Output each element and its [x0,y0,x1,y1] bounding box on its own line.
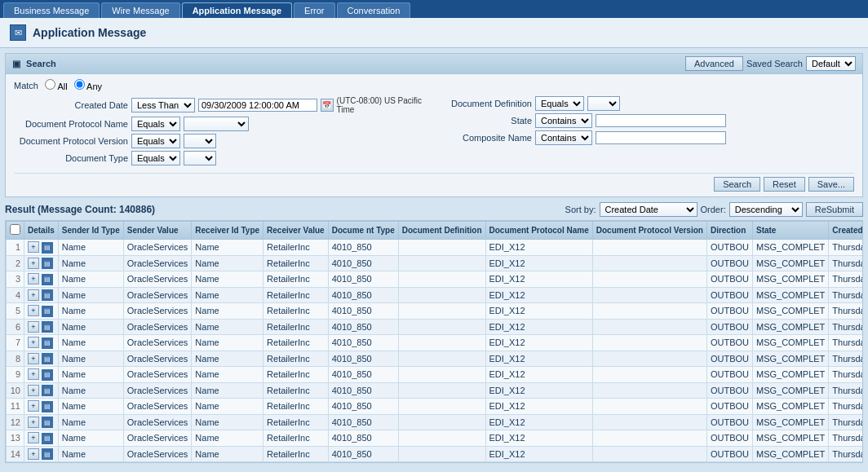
row-details[interactable]: + ▤ [24,414,59,430]
expand-icon[interactable]: + [28,321,39,333]
expand-icon[interactable]: + [28,258,39,269]
tab-business-message[interactable]: Business Message [3,2,100,18]
expand-icon[interactable]: + [28,305,39,316]
expand-icon[interactable]: + [28,289,39,301]
detail-icon[interactable]: ▤ [42,274,53,285]
detail-icon[interactable]: ▤ [42,321,53,333]
expand-icon[interactable]: + [28,273,39,285]
tab-application-message[interactable]: Application Message [182,2,292,18]
row-doc-protocol: EDI_X12 [485,240,592,256]
col-doc-def[interactable]: Document Definition [398,222,485,240]
doc-protocol-name-value-select[interactable] [184,117,249,131]
doc-protocol-name-op-select[interactable]: Equals [131,117,180,131]
expand-icon[interactable]: + [28,337,39,348]
col-sender-value[interactable]: Sender Value [123,222,192,240]
row-details[interactable]: + ▤ [24,446,59,462]
resubmit-button[interactable]: ReSubmit [806,202,863,217]
row-details[interactable]: + ▤ [24,240,59,256]
save-button[interactable]: Save... [808,177,854,192]
row-number: 11 [7,399,24,415]
row-details[interactable]: + ▤ [24,430,59,447]
row-details[interactable]: + ▤ [24,367,59,383]
collapse-icon[interactable]: ▣ [12,59,20,68]
row-receiver-id-type: Name [192,303,264,320]
expand-icon[interactable]: + [28,432,39,443]
col-direction[interactable]: Direction [706,222,752,240]
row-details[interactable]: + ▤ [24,335,59,351]
col-state[interactable]: State [752,222,828,240]
match-any-radio[interactable] [74,79,85,90]
row-doc-def [398,367,485,383]
search-button[interactable]: Search [714,177,760,192]
col-doc-type[interactable]: Docume nt Type [328,222,398,240]
row-details[interactable]: + ▤ [24,319,59,335]
detail-icon[interactable]: ▤ [42,385,53,396]
row-details[interactable]: + ▤ [24,303,59,320]
col-receiver-value[interactable]: Receiver Value [264,222,329,240]
doc-type-op-select[interactable]: Equals [131,151,180,165]
expand-icon[interactable]: + [28,400,39,412]
match-all-label[interactable]: All [45,79,68,91]
tab-wire-message[interactable]: Wire Message [101,2,179,18]
detail-icon[interactable]: ▤ [42,433,53,444]
select-all-checkbox[interactable] [10,224,20,235]
reset-button[interactable]: Reset [764,177,805,192]
state-input[interactable] [596,114,726,127]
row-sender-id-type: Name [58,367,123,383]
order-select[interactable]: Descending [729,202,803,217]
detail-icon[interactable]: ▤ [42,369,53,381]
tab-bar: Business Message Wire Message Applicatio… [0,0,868,18]
detail-icon[interactable]: ▤ [42,337,53,349]
detail-icon[interactable]: ▤ [42,448,53,460]
detail-icon[interactable]: ▤ [42,242,53,254]
advanced-button[interactable]: Advanced [685,56,743,71]
detail-icon[interactable]: ▤ [42,289,53,301]
composite-name-input[interactable] [596,131,726,144]
col-doc-protocol-name[interactable]: Document Protocol Name [485,222,592,240]
detail-icon[interactable]: ▤ [42,353,53,364]
doc-protocol-version-op-select[interactable]: Equals [131,134,180,148]
composite-name-op-select[interactable]: Contains [535,130,592,145]
created-date-input[interactable] [198,99,317,112]
tab-error[interactable]: Error [294,2,334,18]
expand-icon[interactable]: + [28,241,39,253]
col-sender-id-type[interactable]: Sender Id Type [58,222,123,240]
detail-icon[interactable]: ▤ [42,258,53,269]
expand-icon[interactable]: + [28,448,39,460]
row-details[interactable]: + ▤ [24,287,59,303]
state-op-select[interactable]: Contains [535,113,592,128]
doc-def-value-select[interactable] [587,96,620,111]
row-details[interactable]: + ▤ [24,255,59,271]
match-all-radio[interactable] [45,79,55,90]
doc-def-op-select[interactable]: Equals [535,96,584,111]
col-details[interactable]: Details [24,222,59,240]
col-created-date[interactable]: Created Date [829,222,863,240]
row-details[interactable]: + ▤ [24,271,59,288]
row-details[interactable]: + ▤ [24,399,59,415]
detail-icon[interactable]: ▤ [42,306,53,317]
table-row: 6 + ▤ Name OracleServices Name RetailerI… [7,319,864,335]
match-any-label[interactable]: Any [74,79,102,91]
detail-icon[interactable]: ▤ [42,417,53,428]
results-table: Details Sender Id Type Sender Value Rece… [6,221,863,462]
doc-type-value-select[interactable] [184,151,216,165]
doc-protocol-version-value-select[interactable] [184,134,216,148]
expand-icon[interactable]: + [28,353,39,364]
tab-conversation[interactable]: Conversation [337,2,411,18]
col-doc-protocol-version[interactable]: Document Protocol Version [592,222,706,240]
calendar-icon[interactable]: 📅 [321,99,334,112]
row-sender-id-type: Name [58,430,123,447]
doc-type-row: Document Type Equals [14,151,426,165]
saved-search-select[interactable]: Default [806,56,856,71]
page-header: ✉ Application Message [0,18,868,48]
expand-icon[interactable]: + [28,368,39,380]
expand-icon[interactable]: + [28,385,39,396]
col-receiver-id-type[interactable]: Receiver Id Type [192,222,264,240]
row-details[interactable]: + ▤ [24,382,59,399]
created-date-op-select[interactable]: Less Than [131,98,195,112]
row-sender-value: OracleServices [123,446,192,462]
detail-icon[interactable]: ▤ [42,401,53,412]
row-details[interactable]: + ▤ [24,351,59,367]
expand-icon[interactable]: + [28,417,39,428]
sort-by-select[interactable]: Created Date [600,202,698,217]
